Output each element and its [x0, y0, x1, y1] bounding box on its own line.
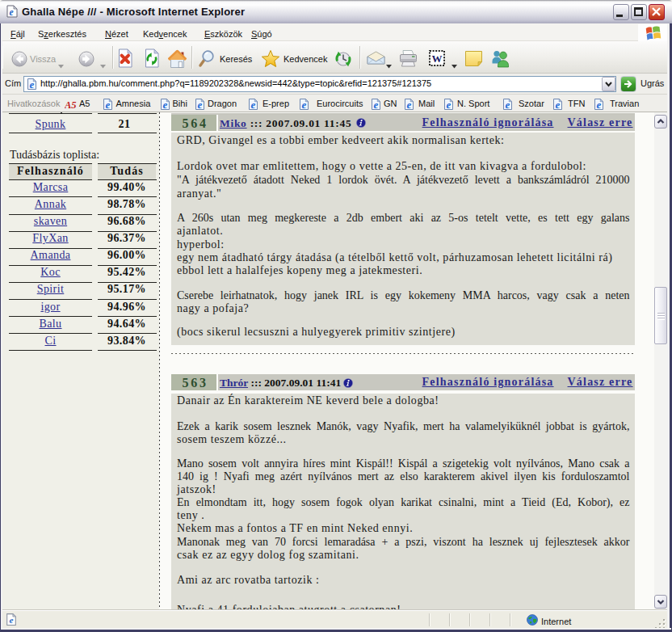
svg-text:W: W [432, 53, 443, 65]
svg-text:e: e [29, 78, 34, 91]
svg-text:e: e [9, 615, 13, 625]
svg-text:e: e [555, 99, 560, 111]
svg-text:e: e [162, 99, 167, 111]
svg-text:e: e [9, 7, 13, 17]
svg-text:e: e [197, 99, 202, 111]
svg-text:e: e [596, 99, 601, 111]
svg-text:e: e [105, 99, 110, 111]
svg-text:e: e [250, 99, 255, 111]
svg-text:A5: A5 [65, 99, 77, 110]
svg-text:e: e [505, 99, 510, 111]
svg-text:e: e [301, 99, 306, 111]
svg-text:e: e [373, 99, 378, 111]
svg-text:e: e [446, 99, 451, 111]
svg-text:e: e [406, 99, 411, 111]
